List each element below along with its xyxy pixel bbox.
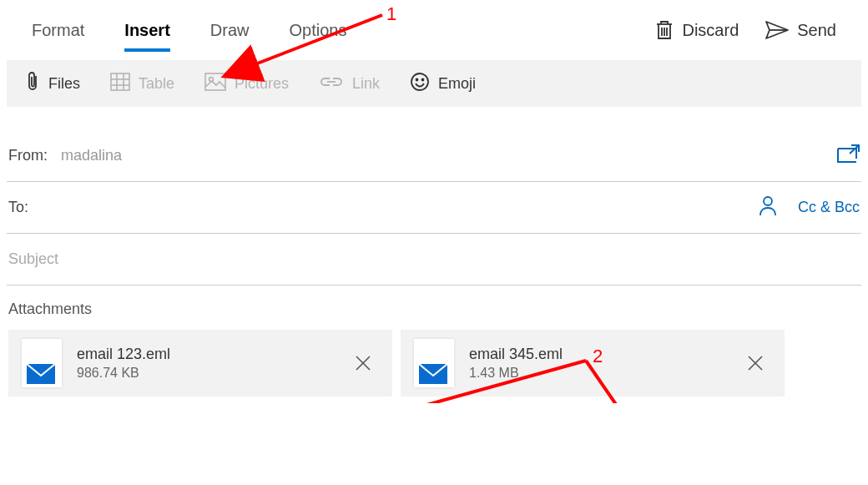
attachments-row: email 123.eml 986.74 KB email 345.eml 1.… xyxy=(7,330,861,403)
to-label: To: xyxy=(8,199,28,216)
insert-toolbar: Files Table Pictures xyxy=(7,60,861,107)
paperclip-icon xyxy=(25,71,40,97)
to-field: To: Cc & Bcc xyxy=(7,182,861,234)
svg-point-14 xyxy=(416,78,418,80)
eml-file-icon xyxy=(414,339,454,387)
svg-rect-10 xyxy=(205,73,225,90)
eml-file-icon xyxy=(22,339,62,387)
svg-point-13 xyxy=(411,73,428,90)
contacts-icon[interactable] xyxy=(758,195,778,220)
attachment-card[interactable]: email 123.eml 986.74 KB xyxy=(8,330,392,397)
tab-draw[interactable]: Draw xyxy=(210,0,250,60)
insert-table-button: Table xyxy=(110,73,174,95)
link-icon xyxy=(319,74,344,93)
send-button[interactable]: Send xyxy=(765,21,836,40)
tab-insert[interactable]: Insert xyxy=(124,0,169,60)
tab-options[interactable]: Options xyxy=(289,0,346,60)
picture-icon xyxy=(204,73,226,95)
subject-field: Subject xyxy=(7,234,861,285)
table-icon xyxy=(110,73,130,95)
emoji-icon xyxy=(410,72,430,96)
remove-attachment-button[interactable] xyxy=(347,347,379,379)
popout-icon[interactable] xyxy=(836,144,860,168)
compose-tabs: Format Insert Draw Options Discard Send xyxy=(7,0,861,60)
tab-format[interactable]: Format xyxy=(32,0,84,60)
svg-point-17 xyxy=(764,197,772,205)
svg-rect-5 xyxy=(111,73,129,90)
svg-point-15 xyxy=(422,78,424,80)
from-field: From: madalina xyxy=(7,130,861,182)
from-label: From: xyxy=(8,147,48,164)
ccbcc-button[interactable]: Cc & Bcc xyxy=(798,199,860,216)
remove-attachment-button[interactable] xyxy=(739,347,771,379)
attachment-card[interactable]: email 345.eml 1.43 MB xyxy=(401,330,785,397)
discard-button[interactable]: Discard xyxy=(655,20,739,40)
subject-input[interactable]: Subject xyxy=(8,250,860,268)
trash-icon xyxy=(655,20,674,40)
insert-emoji-button[interactable]: Emoji xyxy=(410,72,476,96)
send-icon xyxy=(765,21,789,39)
attachment-name: email 345.eml xyxy=(469,344,563,364)
insert-link-button: Link xyxy=(319,74,380,93)
attachment-size: 1.43 MB xyxy=(469,364,563,382)
attachment-name: email 123.eml xyxy=(77,344,170,364)
attachment-size: 986.74 KB xyxy=(77,364,170,382)
insert-files-button[interactable]: Files xyxy=(25,71,80,97)
from-value[interactable]: madalina xyxy=(61,147,836,164)
attachments-label: Attachments xyxy=(7,285,861,330)
insert-pictures-button: Pictures xyxy=(204,73,289,95)
